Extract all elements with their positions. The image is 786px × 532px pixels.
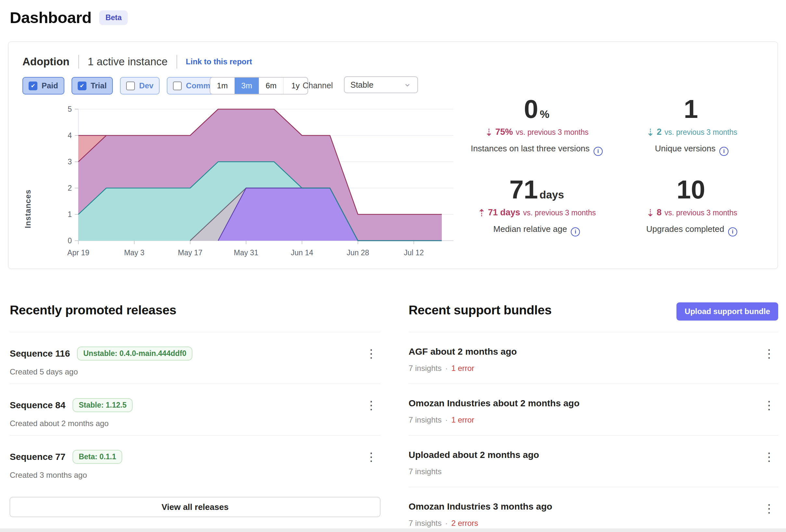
recently-promoted-releases-section: Recently promoted releases Sequence 116 …	[10, 303, 380, 517]
dot-separator: ·	[445, 519, 447, 528]
license-filter-group: ✔ Paid ✔ Trial Dev Community	[22, 77, 235, 95]
release-created: Created 5 days ago	[10, 367, 380, 377]
kebab-menu-icon[interactable]: ⋮	[763, 503, 775, 514]
release-title: Sequence 77	[10, 452, 65, 462]
bundle-title: AGF about 2 months ago	[409, 346, 517, 357]
kebab-menu-icon[interactable]: ⋮	[365, 348, 377, 360]
header-divider	[177, 55, 177, 69]
page-title: Dashboard	[10, 8, 91, 27]
kebab-menu-icon[interactable]: ⋮	[763, 451, 775, 463]
trend-arrow-icon: ⇣	[646, 127, 654, 138]
info-icon[interactable]: i	[728, 227, 737, 237]
filter-pill-trial[interactable]: ✔ Trial	[71, 77, 113, 95]
release-title: Sequence 84	[10, 400, 65, 411]
support-bundle-row[interactable]: AGF about 2 months ago 7 insights·1 erro…	[409, 332, 778, 384]
release-row[interactable]: Sequence 116 Unstable: 0.4.0-main.444ddf…	[10, 332, 380, 384]
release-title: Sequence 116	[10, 348, 70, 359]
upload-support-bundle-button[interactable]: Upload support bundle	[676, 303, 778, 320]
checkbox-icon[interactable]	[173, 81, 182, 90]
adoption-title: Adoption	[22, 55, 70, 68]
kebab-menu-icon[interactable]: ⋮	[763, 400, 775, 411]
dot-separator: ·	[445, 364, 447, 372]
page-bottom-strip	[0, 528, 786, 532]
active-instance-count: 1 active instance	[88, 55, 168, 68]
stat-change: ⇣75%vs. previous 3 months	[462, 127, 611, 138]
stat-median-relative-age: 71days ⇡71 daysvs. previous 3 months Med…	[462, 176, 611, 237]
bundle-meta: 7 insights·	[409, 467, 778, 476]
bundles-header-row: Recent support bundles Upload support bu…	[409, 303, 778, 332]
svg-text:2: 2	[68, 184, 72, 192]
recent-support-bundles-section: Recent support bundles Upload support bu…	[409, 303, 778, 532]
support-bundle-row[interactable]: Omozan Industries about 2 months ago 7 i…	[409, 384, 778, 435]
channel-select[interactable]: Stable ⌄	[344, 76, 418, 93]
kebab-menu-icon[interactable]: ⋮	[763, 348, 775, 360]
filter-label: Paid	[42, 81, 58, 90]
release-channel-badge: Stable: 1.12.5	[72, 398, 133, 412]
stat-change: ⇣2vs. previous 3 months	[617, 127, 766, 138]
link-to-report[interactable]: Link to this report	[186, 57, 252, 66]
stat-unique-versions: 1 ⇣2vs. previous 3 months Unique version…	[617, 95, 766, 156]
bundles-heading: Recent support bundles	[409, 303, 552, 317]
bundle-meta: 7 insights·1 error	[409, 364, 778, 373]
adoption-card-header: Adoption 1 active instance Link to this …	[22, 55, 252, 69]
view-all-releases-button[interactable]: View all releases	[10, 497, 380, 517]
release-created: Created 3 months ago	[10, 470, 380, 480]
stat-upgrades-completed: 10 ⇣8vs. previous 3 months Upgrades comp…	[617, 176, 766, 237]
svg-text:1: 1	[68, 210, 72, 219]
chart-y-axis-label: Instances	[23, 170, 32, 248]
stat-label: Median relative agei	[462, 224, 611, 237]
info-icon[interactable]: i	[719, 147, 729, 156]
bundle-error-count: 2 errors	[451, 519, 478, 528]
range-6m[interactable]: 6m	[259, 78, 283, 94]
adoption-area-chart: 012345Apr 19May 3May 17May 31Jun 14Jun 2…	[33, 97, 481, 263]
bundle-error-count: 1 error	[451, 415, 474, 424]
info-icon[interactable]: i	[571, 227, 580, 237]
range-3m[interactable]: 3m	[234, 78, 259, 94]
bundle-title: Omozan Industries 3 months ago	[409, 502, 552, 512]
filter-label: Trial	[91, 81, 107, 90]
dashboard-page: Dashboard Beta Adoption 1 active instanc…	[0, 0, 786, 532]
releases-heading: Recently promoted releases	[10, 303, 176, 317]
header-divider	[78, 55, 79, 69]
bundle-error-count: 1 error	[451, 364, 474, 372]
checkbox-icon[interactable]: ✔	[78, 81, 87, 90]
kebab-menu-icon[interactable]: ⋮	[365, 400, 377, 411]
stat-label: Unique versionsi	[617, 144, 766, 156]
stat-value: 0%	[462, 95, 611, 123]
page-header: Dashboard Beta	[10, 8, 128, 27]
channel-selected-value: Stable	[350, 80, 373, 90]
svg-text:May 17: May 17	[178, 248, 202, 257]
range-1m[interactable]: 1m	[210, 78, 234, 94]
filter-pill-dev[interactable]: Dev	[120, 77, 160, 95]
stat-change: ⇡71 daysvs. previous 3 months	[462, 207, 611, 219]
stat-instances-last-three-versions: 0% ⇣75%vs. previous 3 months Instances o…	[462, 95, 611, 156]
beta-badge: Beta	[99, 10, 128, 25]
svg-text:0: 0	[68, 237, 72, 245]
bundle-title: Omozan Industries about 2 months ago	[409, 398, 580, 409]
stat-value: 10	[617, 176, 766, 203]
svg-text:Jun 14: Jun 14	[291, 248, 313, 257]
info-icon[interactable]: i	[594, 147, 603, 156]
bundle-meta: 7 insights·2 errors	[409, 519, 778, 528]
svg-text:4: 4	[68, 131, 72, 140]
filter-pill-paid[interactable]: ✔ Paid	[22, 77, 64, 95]
svg-text:5: 5	[68, 105, 72, 113]
support-bundle-row[interactable]: Omozan Industries 3 months ago 7 insight…	[409, 487, 778, 532]
support-bundle-row[interactable]: Uploaded about 2 months ago 7 insights· …	[409, 435, 778, 487]
svg-text:May 31: May 31	[234, 248, 258, 257]
filter-label: Dev	[139, 81, 154, 90]
checkbox-icon[interactable]	[126, 81, 135, 90]
kebab-menu-icon[interactable]: ⋮	[365, 451, 377, 463]
release-row[interactable]: Sequence 84 Stable: 1.12.5 Created about…	[10, 384, 380, 435]
adoption-card: Adoption 1 active instance Link to this …	[8, 42, 778, 269]
bundle-meta: 7 insights·1 error	[409, 415, 778, 425]
checkbox-icon[interactable]: ✔	[29, 81, 38, 90]
release-channel-badge: Beta: 0.1.1	[72, 450, 122, 464]
release-created: Created about 2 months ago	[10, 419, 380, 428]
svg-text:3: 3	[68, 158, 72, 166]
releases-header-row: Recently promoted releases	[10, 303, 380, 332]
stat-change: ⇣8vs. previous 3 months	[617, 207, 766, 219]
dot-separator: ·	[445, 415, 447, 424]
release-row[interactable]: Sequence 77 Beta: 0.1.1 Created 3 months…	[10, 435, 380, 487]
time-range-selector: 1m 3m 6m 1y	[210, 77, 308, 95]
